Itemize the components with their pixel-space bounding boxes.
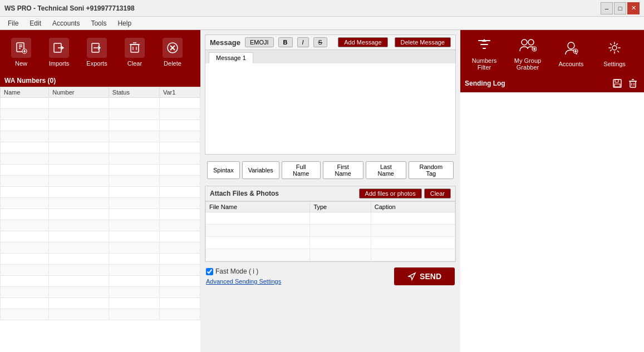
delete-button[interactable]: Delete bbox=[156, 38, 189, 67]
table-row bbox=[1, 142, 200, 153]
menu-file[interactable]: File bbox=[2, 18, 24, 28]
wa-numbers-table: Name Number Status Var1 bbox=[0, 87, 200, 352]
message-textarea[interactable] bbox=[205, 63, 455, 152]
group-grabber-button[interactable]: My Group Grabber bbox=[508, 34, 547, 71]
clear-log-button[interactable] bbox=[626, 77, 640, 90]
menu-accounts[interactable]: Accounts bbox=[47, 18, 85, 28]
attach-col-caption: Caption bbox=[371, 202, 455, 212]
settings-button[interactable]: Settings bbox=[595, 37, 634, 67]
spintax-button[interactable]: Spintax bbox=[207, 161, 240, 179]
fast-mode-label: Fast Mode ( i ) bbox=[215, 267, 258, 275]
main-content: New Imports bbox=[0, 30, 644, 352]
imports-label: Imports bbox=[49, 60, 70, 67]
random-tag-button[interactable]: Random Tag bbox=[409, 161, 454, 179]
delete-icon bbox=[163, 38, 183, 58]
fast-mode-row: Fast Mode ( i ) bbox=[206, 267, 281, 275]
advanced-sending-link[interactable]: Advanced Sending Settings bbox=[206, 278, 281, 285]
table-row bbox=[1, 276, 200, 287]
svg-point-20 bbox=[522, 39, 527, 45]
menu-tools[interactable]: Tools bbox=[85, 18, 112, 28]
right-toolbar: Numbers Filter My Group Grabber bbox=[460, 30, 644, 75]
table-row bbox=[1, 265, 200, 276]
table-row bbox=[206, 237, 455, 249]
new-icon bbox=[11, 38, 31, 58]
minimize-button[interactable]: – bbox=[601, 2, 613, 14]
fast-mode-checkbox[interactable] bbox=[206, 268, 213, 275]
titlebar: WS PRO - Technical Soni +919977713198 – … bbox=[0, 0, 644, 17]
maximize-button[interactable]: □ bbox=[614, 2, 626, 14]
bottom-controls: Fast Mode ( i ) Advanced Sending Setting… bbox=[205, 265, 456, 287]
message-label: Message bbox=[210, 38, 240, 47]
imports-button[interactable]: Imports bbox=[42, 38, 76, 67]
close-button[interactable]: ✕ bbox=[627, 2, 640, 14]
table-row bbox=[1, 98, 200, 109]
col-status: Status bbox=[109, 87, 159, 98]
new-label: New bbox=[15, 60, 27, 67]
titlebar-title: WS PRO - Technical Soni +919977713198 bbox=[4, 4, 135, 12]
accounts-icon bbox=[561, 37, 582, 58]
strikethrough-button[interactable]: S bbox=[313, 37, 327, 47]
table-row bbox=[206, 212, 455, 225]
svg-rect-11 bbox=[131, 44, 139, 52]
message-header: Message EMOJI B I S Add Message Delete M… bbox=[205, 35, 455, 50]
message-tab-1[interactable]: Message 1 bbox=[209, 52, 253, 63]
svg-point-29 bbox=[612, 46, 617, 50]
table-row bbox=[1, 165, 200, 176]
sending-log-actions bbox=[611, 77, 640, 90]
table-row bbox=[1, 309, 200, 320]
table-row bbox=[1, 153, 200, 165]
last-name-button[interactable]: Last Name bbox=[366, 161, 406, 179]
settings-label: Settings bbox=[603, 61, 626, 67]
left-bottom: Fast Mode ( i ) Advanced Sending Setting… bbox=[206, 267, 281, 285]
delete-message-button[interactable]: Delete Message bbox=[395, 37, 451, 47]
table-row bbox=[1, 242, 200, 254]
table-row bbox=[1, 176, 200, 187]
add-message-button[interactable]: Add Message bbox=[338, 37, 387, 47]
message-section: Message EMOJI B I S Add Message Delete M… bbox=[205, 34, 456, 155]
numbers-filter-button[interactable]: Numbers Filter bbox=[465, 34, 504, 71]
accounts-button[interactable]: Accounts bbox=[552, 37, 591, 67]
menu-edit[interactable]: Edit bbox=[24, 18, 47, 28]
col-name: Name bbox=[1, 87, 49, 98]
table-row bbox=[1, 131, 200, 142]
window-controls: – □ ✕ bbox=[601, 2, 640, 14]
right-panel: Numbers Filter My Group Grabber bbox=[460, 30, 644, 352]
menubar: File Edit Accounts Tools Help bbox=[0, 17, 644, 30]
delete-label: Delete bbox=[164, 60, 181, 67]
table-row bbox=[206, 225, 455, 237]
save-log-button[interactable] bbox=[611, 77, 624, 90]
imports-icon bbox=[49, 38, 69, 58]
left-toolbar: New Imports bbox=[0, 30, 200, 75]
attach-section: Attach Files & Photos Add files or photo… bbox=[205, 186, 456, 262]
spintax-row: Spintax Variables Full Name First Name L… bbox=[205, 158, 456, 182]
settings-icon bbox=[604, 37, 625, 58]
emoji-button[interactable]: EMOJI bbox=[245, 37, 274, 47]
attach-title: Attach Files & Photos bbox=[210, 190, 359, 197]
sending-log-header: Sending Log bbox=[460, 75, 644, 92]
wa-numbers-header: WA Numbers (0) bbox=[0, 75, 200, 87]
clear-icon bbox=[125, 38, 145, 58]
clear-button[interactable]: Clear bbox=[118, 38, 151, 67]
col-number: Number bbox=[49, 87, 109, 98]
bold-button[interactable]: B bbox=[278, 37, 293, 47]
first-name-button[interactable]: First Name bbox=[323, 161, 363, 179]
menu-help[interactable]: Help bbox=[112, 18, 137, 28]
sending-log-body bbox=[460, 92, 644, 352]
add-files-button[interactable]: Add files or photos bbox=[359, 189, 422, 199]
table-row bbox=[1, 209, 200, 220]
clear-label: Clear bbox=[127, 60, 142, 67]
exports-button[interactable]: Exports bbox=[80, 38, 114, 67]
clear-files-button[interactable]: Clear bbox=[424, 189, 451, 199]
table-row bbox=[1, 109, 200, 120]
exports-label: Exports bbox=[86, 60, 107, 67]
italic-button[interactable]: I bbox=[297, 37, 309, 47]
numbers-filter-label: Numbers Filter bbox=[465, 57, 504, 71]
send-button[interactable]: SEND bbox=[394, 267, 455, 285]
table-row bbox=[206, 249, 455, 261]
group-grabber-icon bbox=[517, 34, 538, 55]
new-button[interactable]: New bbox=[4, 38, 38, 67]
variables-button[interactable]: Variables bbox=[242, 161, 279, 179]
left-panel: New Imports bbox=[0, 30, 200, 352]
accounts-label: Accounts bbox=[558, 61, 583, 67]
full-name-button[interactable]: Full Name bbox=[282, 161, 321, 179]
